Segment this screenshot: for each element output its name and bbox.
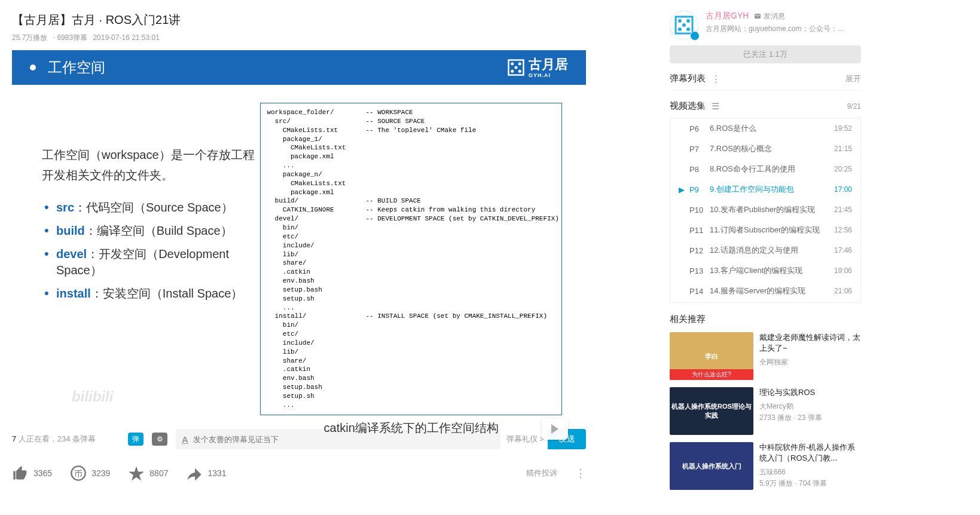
playlist-item-duration: 21:45 (834, 206, 852, 214)
playlist-item[interactable]: ▶P1313.客户端Client的编程实现19:06 (670, 260, 860, 281)
watermark: bilibili (72, 388, 113, 405)
recommendation-thumbnail: 李白为什么这么狂? (670, 332, 753, 380)
playlist-item[interactable]: ▶P1212.话题消息的定义与使用17:46 (670, 240, 860, 260)
like-button[interactable]: 3365 (12, 465, 52, 482)
playlist-item[interactable]: ▶P1010.发布者Publisher的编程实现21:45 (670, 200, 860, 220)
playlist-count: 9/21 (847, 102, 861, 111)
recommendation-thumbnail: 机器人操作系统ROS理论与实践 (670, 387, 753, 435)
playlist-item-duration: 17:46 (834, 246, 852, 255)
svg-point-2 (518, 62, 521, 65)
svg-point-5 (515, 66, 518, 69)
code-block: workspace_folder/ -- WORKSPACE src/ -- S… (260, 103, 562, 415)
font-style-icon[interactable]: A (182, 434, 188, 445)
play-indicator-icon: ▶ (679, 185, 687, 194)
playlist-item-duration: 19:52 (834, 124, 852, 133)
playlist-item-duration: 19:06 (834, 266, 852, 275)
follow-button[interactable]: 已关注 1.1万 (670, 45, 861, 63)
playlist-item-number: P9 (689, 185, 710, 194)
svg-point-12 (678, 27, 682, 31)
video-meta: 25.7万播放 · 6983弹幕 2019-07-16 21:53:01 (12, 33, 652, 43)
slide-bullet: devel：开发空间（Development Space） (42, 243, 260, 282)
slide-title: 工作空间 (48, 58, 105, 77)
playlist-item-title: 11.订阅者Subscriber的编程实现 (710, 225, 834, 235)
playlist-item[interactable]: ▶P99.创建工作空间与功能包17:00 (670, 179, 860, 200)
danmaku-toggle-icon[interactable]: 弹 (128, 433, 144, 446)
playlist-item-number: P10 (689, 206, 710, 214)
playlist-menu-icon[interactable]: ☰ (712, 101, 719, 112)
recommendation-thumbnail: 机器人操作系统入门 (670, 442, 753, 490)
playlist-item-number: P11 (689, 226, 710, 235)
recommendation-uploader: 大Mercy鹅 (759, 401, 861, 412)
danmaku-input[interactable] (193, 435, 494, 444)
slide-brand-logo: 古月居 GYH.AI (507, 57, 568, 78)
slide-bullet: install：安装空间（Install Space） (42, 282, 260, 305)
recommendation-stats: 5.9万 播放 · 704 弹幕 (759, 479, 861, 489)
svg-point-3 (511, 70, 514, 73)
uploader-description: 古月居网站：guyuehome.com；公众号：古... (706, 24, 849, 34)
playlist-item-duration: 21:15 (834, 145, 852, 153)
video-title: 【古月居】古月 · ROS入门21讲 (12, 12, 652, 28)
danmaku-list-title: 弹幕列表 (670, 73, 706, 84)
recommendation-item[interactable]: 机器人操作系统入门中科院软件所-机器人操作系统入门（ROS入门教...五味666… (670, 442, 861, 490)
playlist-item-number: P8 (689, 165, 710, 174)
playlist-item-duration: 17:00 (834, 185, 852, 194)
watching-info: 7 人正在看，234 条弹幕 (12, 434, 120, 445)
publish-date: 2019-07-16 21:53:01 (93, 33, 159, 42)
recommendation-title: 戴建业老师魔性解读诗词，太上头了~ (759, 332, 861, 354)
play-count: 25.7万播放 (12, 33, 47, 42)
slide-bullet: src：代码空间（Source Space） (42, 196, 260, 219)
playlist-item[interactable]: ▶P66.ROS是什么19:52 (670, 118, 860, 139)
playlist-item-duration: 21:06 (834, 287, 852, 295)
playlist-item-number: P6 (689, 124, 710, 133)
playlist-item[interactable]: ▶P1515.服务数据的定义与使用18:44 (670, 301, 860, 303)
recommendation-stats: 2733 播放 · 23 弹幕 (759, 413, 861, 423)
report-link[interactable]: 稿件投诉 (526, 468, 557, 479)
playlist-item[interactable]: ▶P1414.服务端Server的编程实现21:06 (670, 281, 860, 301)
svg-point-4 (518, 70, 521, 73)
playlist-item-title: 12.话题消息的定义与使用 (710, 245, 834, 256)
recommendation-title: 中科院软件所-机器人操作系统入门（ROS入门教... (759, 442, 861, 464)
svg-point-11 (686, 19, 690, 23)
more-actions-icon[interactable]: ⋮ (575, 467, 586, 480)
expand-button[interactable]: 展开 (845, 73, 861, 84)
play-button-overlay[interactable] (542, 418, 568, 440)
svg-point-10 (678, 19, 682, 23)
playlist-item-title: 10.发布者Publisher的编程实现 (710, 204, 834, 215)
uploader-avatar[interactable] (670, 11, 698, 39)
playlist-item[interactable]: ▶P77.ROS的核心概念21:15 (670, 139, 860, 159)
svg-point-13 (686, 27, 690, 31)
playlist-item-duration: 12:56 (834, 226, 852, 234)
verified-badge-icon (690, 31, 700, 41)
danmaku-settings-icon[interactable]: ⚙ (152, 433, 167, 446)
playlist-item-title: 9.创建工作空间与功能包 (710, 184, 834, 195)
playlist-item-title: 7.ROS的核心概念 (710, 143, 834, 154)
recommendation-item[interactable]: 机器人操作系统ROS理论与实践理论与实践ROS大Mercy鹅2733 播放 · … (670, 387, 861, 435)
recommendation-uploader: 全网独家 (759, 357, 861, 367)
danmaku-list-menu-icon[interactable]: ⋮ (712, 73, 721, 84)
slide-bullet: build：编译空间（Build Space） (42, 219, 260, 243)
recommendation-title: 理论与实践ROS (759, 387, 861, 398)
coin-button[interactable]: 币 3239 (70, 465, 110, 482)
playlist-item[interactable]: ▶P1111.订阅者Subscriber的编程实现12:56 (670, 220, 860, 240)
playlist-item-number: P12 (689, 246, 710, 255)
svg-point-14 (682, 23, 686, 27)
favorite-button[interactable]: 8807 (128, 465, 168, 482)
recommendations-title: 相关推荐 (670, 314, 861, 325)
slide-caption: catkin编译系统下的工作空间结构 (260, 420, 562, 436)
video-player[interactable]: 工作空间 古月居 GYH.AI 工作空间（workspace）是一个存 (12, 50, 586, 421)
playlist-item-title: 8.ROS命令行工具的使用 (710, 164, 834, 174)
playlist-item[interactable]: ▶P88.ROS命令行工具的使用20:25 (670, 159, 860, 179)
recommendation-uploader: 五味666 (759, 467, 861, 477)
slide-description: 工作空间（workspace）是一个存放工程开发相关文件的文件夹。 (42, 145, 260, 185)
playlist-item-number: P14 (689, 287, 710, 296)
send-message-button[interactable]: 发消息 (753, 11, 785, 22)
playlist[interactable]: ▶P66.ROS是什么19:52▶P77.ROS的核心概念21:15▶P88.R… (670, 118, 861, 303)
share-button[interactable]: 1331 (186, 465, 226, 482)
svg-point-1 (511, 62, 514, 65)
recommendation-item[interactable]: 李白为什么这么狂?戴建业老师魔性解读诗词，太上头了~全网独家 (670, 332, 861, 380)
playlist-item-title: 14.服务端Server的编程实现 (710, 286, 834, 296)
danmaku-count: 6983弹幕 (57, 33, 87, 42)
playlist-item-number: P7 (689, 145, 710, 154)
uploader-name[interactable]: 古月居GYH (706, 11, 749, 22)
playlist-item-number: P13 (689, 266, 710, 275)
